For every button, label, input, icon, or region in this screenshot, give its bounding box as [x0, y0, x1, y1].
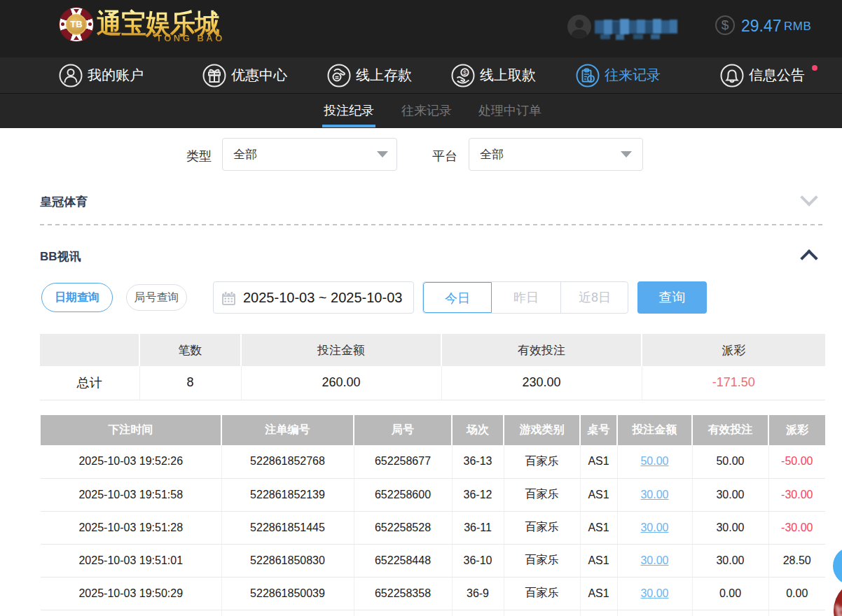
svg-text:$: $ [463, 69, 467, 76]
